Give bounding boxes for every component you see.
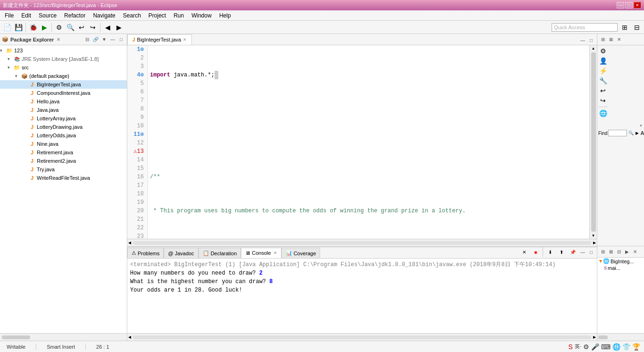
right-tool-3[interactable]: ⚡ bbox=[598, 66, 608, 75]
console-maximize[interactable]: □ bbox=[587, 248, 595, 256]
toolbar-btn-7[interactable]: ◀ bbox=[102, 22, 113, 33]
tab-console[interactable]: 🖥 Console ✕ bbox=[241, 248, 281, 258]
console-minimize[interactable]: — bbox=[579, 248, 586, 256]
outline-item-biginteg[interactable]: ▾ 🌐 BigInteg... bbox=[597, 258, 644, 265]
menu-refactor[interactable]: Refactor bbox=[60, 11, 89, 20]
console-btn-1[interactable]: ⬇ bbox=[545, 247, 555, 257]
console-stop-button[interactable]: ■ bbox=[530, 247, 541, 257]
tab-javadoc[interactable]: @ Javadoc bbox=[164, 248, 198, 258]
window-controls[interactable]: — □ ✕ bbox=[617, 2, 641, 8]
right-tool-2[interactable]: 👤 bbox=[598, 56, 608, 66]
toolbar-btn-6[interactable]: ↪ bbox=[88, 22, 98, 33]
tree-item-lotteryarray[interactable]: J LotteryArray.java bbox=[0, 114, 127, 123]
editor-maximize[interactable]: □ bbox=[587, 36, 595, 44]
toolbar-btn-8[interactable]: ▶ bbox=[114, 22, 124, 33]
outline-item-main[interactable]: S mai... bbox=[597, 265, 644, 271]
toolbar-btn-4[interactable]: 🔍 bbox=[65, 22, 75, 33]
outline-hscroll[interactable] bbox=[597, 333, 644, 341]
tab-problems[interactable]: ⚠ Problems bbox=[127, 248, 164, 258]
tree-item-default-package[interactable]: ▾ 📦 (default package) bbox=[0, 72, 127, 80]
tree-item-try[interactable]: J Try.java bbox=[0, 165, 127, 174]
tree-item-writereadfile[interactable]: J WriteReadFileTest.java bbox=[0, 174, 127, 182]
outline-icon-1[interactable]: ⊞ bbox=[599, 248, 607, 256]
tab-declaration[interactable]: 📋 Declaration bbox=[198, 248, 241, 258]
right-icon-1[interactable]: ⊞ bbox=[599, 36, 607, 43]
right-tool-6[interactable]: ↪ bbox=[598, 96, 608, 105]
tab-coverage[interactable]: 📊 Coverage bbox=[281, 248, 321, 258]
link-editor-button[interactable]: 🔗 bbox=[92, 36, 99, 43]
pkg-explorer-hscroll[interactable] bbox=[0, 333, 127, 341]
right-icon-close[interactable]: ✕ bbox=[615, 36, 623, 43]
outline-icon-4[interactable]: ▶ bbox=[623, 248, 631, 256]
close-button[interactable]: ✕ bbox=[634, 2, 641, 8]
right-web-icon[interactable]: 🌐 bbox=[598, 109, 608, 118]
find-area: Find 🔍 ▶ A bbox=[597, 129, 644, 137]
toolbar-btn-3[interactable]: ⚙ bbox=[54, 22, 64, 33]
tree-item-jre[interactable]: ▾ 📚 JRE System Library [JavaSE-1.8] bbox=[0, 55, 127, 63]
right-tool-1[interactable]: ⚙ bbox=[598, 46, 608, 56]
outline-icon-3[interactable]: ⊟ bbox=[615, 248, 623, 256]
console-hscroll[interactable]: ◀ ▶ bbox=[127, 333, 597, 341]
tree-item-bigintegertest[interactable]: J BigIntegerTest.java bbox=[0, 80, 127, 89]
menu-navigate[interactable]: Navigate bbox=[89, 11, 119, 20]
minimize-panel-button[interactable]: — bbox=[109, 36, 116, 43]
tree-item-retirement[interactable]: J Retirement.java bbox=[0, 148, 127, 157]
maximize-panel-button[interactable]: □ bbox=[117, 36, 125, 43]
menu-help[interactable]: Help bbox=[215, 11, 235, 20]
view-button[interactable]: ⊟ bbox=[632, 22, 642, 33]
pkg-explorer-close[interactable]: ✕ bbox=[57, 37, 60, 42]
run-button[interactable]: ▶ bbox=[39, 22, 50, 33]
tree-item-retirement2[interactable]: J Retirement2.java bbox=[0, 157, 127, 165]
find-button[interactable]: 🔍 bbox=[628, 130, 634, 136]
tree-item-java[interactable]: J Java.java bbox=[0, 106, 127, 114]
right-icon-2[interactable]: ⊠ bbox=[607, 36, 615, 43]
menu-project[interactable]: Project bbox=[145, 11, 170, 20]
maximize-button[interactable]: □ bbox=[625, 2, 633, 8]
editor-tab-bigintegertest[interactable]: J BigIntegerTest.java ✕ bbox=[127, 34, 192, 45]
console-clear-button[interactable]: ✕ bbox=[519, 247, 529, 257]
menu-search[interactable]: Search bbox=[119, 11, 145, 20]
perspective-button[interactable]: ⊞ bbox=[619, 22, 630, 33]
debug-button[interactable]: 🐞 bbox=[28, 22, 38, 33]
tree-item-hello[interactable]: J Hello.java bbox=[0, 97, 127, 106]
code-content[interactable]: import java.math.*; /** * This program u… bbox=[148, 45, 589, 239]
tree-item-lotterydrawing[interactable]: J LotteryDrawing.java bbox=[0, 123, 127, 131]
collapse-all-button[interactable]: ⊟ bbox=[83, 36, 91, 43]
quick-access-label: Quick Access bbox=[554, 25, 585, 30]
tree-item-nine[interactable]: J Nine.java bbox=[0, 140, 127, 148]
minimize-button[interactable]: — bbox=[617, 2, 624, 8]
menu-window[interactable]: Window bbox=[188, 11, 215, 20]
tree-item-compoundinterest[interactable]: J CompoundInterest.java bbox=[0, 89, 127, 97]
panel-menu-button[interactable]: ▼ bbox=[100, 36, 108, 43]
menu-edit[interactable]: Edit bbox=[17, 11, 35, 20]
console-btn-2[interactable]: ⬆ bbox=[556, 247, 567, 257]
toolbar-btn-5[interactable]: ↩ bbox=[76, 22, 87, 33]
tree-item-lotteryodds[interactable]: J LotteryOdds.java bbox=[0, 131, 127, 140]
menu-source[interactable]: Source bbox=[35, 11, 60, 20]
tree-item-src[interactable]: ▾ 📁 src bbox=[0, 63, 127, 72]
editor-area[interactable]: 1⊕ 2 3 4⊕ 5 6 7 8 9 10 11⊕ 12 ⚠13 14 15 … bbox=[127, 45, 597, 239]
find-next-button[interactable]: ▶ bbox=[635, 130, 639, 136]
quick-access-input[interactable]: Quick Access bbox=[552, 23, 618, 32]
new-file-button[interactable]: 📄 bbox=[2, 22, 12, 33]
right-tool-5[interactable]: ↩ bbox=[598, 86, 608, 95]
right-tool-4[interactable]: 🔧 bbox=[598, 76, 608, 85]
line-num-14: 14 bbox=[129, 156, 146, 164]
console-pin-button[interactable]: 📌 bbox=[568, 247, 578, 257]
pkg-explorer-icon: 📦 bbox=[2, 36, 8, 42]
outline-icon-2[interactable]: ⊠ bbox=[607, 248, 615, 256]
editor-tab-close[interactable]: ✕ bbox=[183, 37, 187, 42]
find-input[interactable] bbox=[608, 130, 627, 136]
console-tab-close[interactable]: ✕ bbox=[273, 251, 277, 255]
toolbar: 📄 💾 🐞 ▶ ⚙ 🔍 ↩ ↪ ◀ ▶ Quick Access ⊞ ⊟ bbox=[0, 21, 644, 34]
code-line-2 bbox=[150, 105, 587, 113]
menu-file[interactable]: File bbox=[1, 11, 17, 20]
editor-vscroll[interactable]: ▲ ▼ bbox=[589, 45, 597, 239]
editor-hscroll[interactable]: ◀ ▶ bbox=[127, 239, 597, 246]
outline-close[interactable]: ✕ bbox=[631, 248, 639, 256]
save-button[interactable]: 💾 bbox=[13, 22, 24, 33]
status-writable: Writable bbox=[4, 344, 28, 350]
editor-minimize[interactable]: — bbox=[579, 36, 586, 44]
menu-run[interactable]: Run bbox=[170, 11, 188, 20]
tree-item-project[interactable]: ▾ 📁 123 bbox=[0, 46, 127, 55]
